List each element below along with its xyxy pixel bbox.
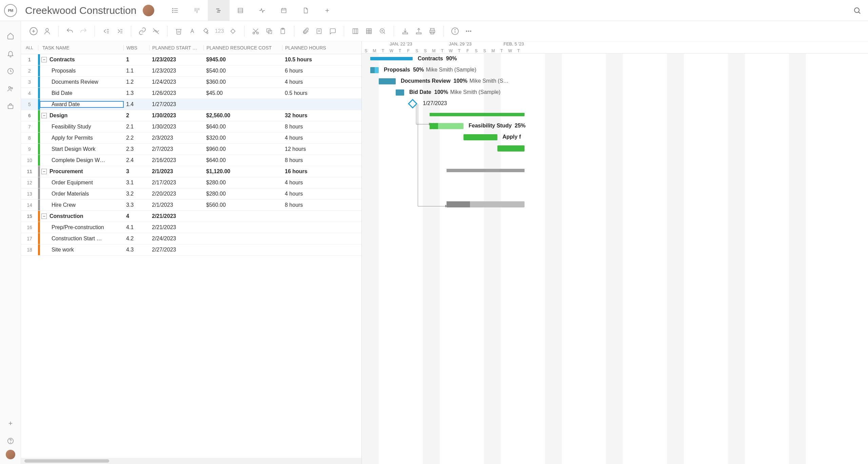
add-user-icon[interactable]: [41, 25, 54, 38]
cell-planned-hours[interactable]: 4 hours: [282, 79, 361, 85]
gantt-task-bar[interactable]: [370, 67, 379, 73]
cell-task-name[interactable]: −Procurement: [40, 168, 123, 175]
print-icon[interactable]: [426, 25, 439, 38]
table-row[interactable]: 12Order Equipment3.12/17/2023$280.004 ho…: [21, 177, 361, 188]
cell-planned-start[interactable]: 2/3/2023: [149, 135, 203, 141]
cell-planned-cost[interactable]: $280.00: [203, 191, 282, 197]
cell-planned-hours[interactable]: 4 hours: [282, 135, 361, 141]
cell-task-name[interactable]: Award Date: [40, 101, 123, 107]
gantt-row[interactable]: [362, 221, 868, 233]
table-row[interactable]: 10Complete Design W…2.42/16/2023$640.008…: [21, 155, 361, 166]
table-row[interactable]: 2Proposals1.11/23/2023$540.006 hours: [21, 65, 361, 77]
cell-task-name[interactable]: Start Design Work: [40, 146, 123, 152]
cell-planned-hours[interactable]: 32 hours: [282, 113, 361, 119]
cell-planned-hours[interactable]: 4 hours: [282, 191, 361, 197]
gantt-row[interactable]: [362, 199, 868, 210]
info-icon[interactable]: [449, 25, 461, 38]
table-row[interactable]: 7Feasibility Study2.11/30/2023$640.008 h…: [21, 121, 361, 133]
app-logo[interactable]: PM: [4, 4, 17, 17]
cell-planned-hours[interactable]: 0.5 hours: [282, 90, 361, 96]
gantt-row[interactable]: [362, 154, 868, 165]
cell-planned-start[interactable]: 2/27/2023: [149, 247, 203, 253]
cell-planned-cost[interactable]: $2,560.00: [203, 113, 282, 119]
cell-wbs[interactable]: 1.1: [123, 68, 149, 74]
cell-planned-cost[interactable]: $960.00: [203, 146, 282, 152]
undo-icon[interactable]: [63, 25, 76, 38]
col-planned-cost[interactable]: PLANNED RESOURCE COST: [203, 45, 282, 51]
gantt-summary-bar[interactable]: [447, 169, 525, 172]
gantt-row[interactable]: [362, 233, 868, 244]
delete-icon[interactable]: [172, 25, 185, 38]
gantt-task-bar[interactable]: [463, 134, 497, 140]
cell-planned-start[interactable]: 1/26/2023: [149, 90, 203, 96]
gantt-milestone[interactable]: [408, 99, 417, 108]
cell-planned-start[interactable]: 1/23/2023: [149, 68, 203, 74]
table-row[interactable]: 11−Procurement32/1/2023$1,120.0016 hours: [21, 166, 361, 177]
cell-planned-cost[interactable]: $1,120.00: [203, 168, 282, 175]
fill-color-icon[interactable]: [199, 25, 212, 38]
row-number[interactable]: 2: [21, 68, 38, 74]
table-row[interactable]: 18Site work4.32/27/2023: [21, 244, 361, 256]
gantt-row[interactable]: Contracts 90%: [362, 54, 868, 65]
row-number[interactable]: 18: [21, 247, 38, 253]
cell-task-name[interactable]: Bid Date: [40, 90, 123, 96]
grid-body[interactable]: 1−Contracts11/23/2023$945.0010.5 hours2P…: [21, 54, 361, 458]
row-number[interactable]: 12: [21, 180, 38, 185]
gantt-row[interactable]: 1/27/2023: [362, 98, 868, 109]
cell-task-name[interactable]: Hire Crew: [40, 202, 123, 208]
link-icon[interactable]: [136, 25, 149, 38]
row-number[interactable]: 10: [21, 158, 38, 163]
row-number[interactable]: 9: [21, 146, 38, 152]
nav-notifications-icon[interactable]: [0, 45, 21, 62]
cell-planned-start[interactable]: 2/21/2023: [149, 224, 203, 230]
view-gantt-icon[interactable]: [208, 0, 230, 21]
cell-planned-hours[interactable]: 8 hours: [282, 157, 361, 163]
gantt-row[interactable]: [362, 109, 868, 121]
nav-user-avatar[interactable]: [6, 450, 15, 459]
cell-task-name[interactable]: Construction Start …: [40, 236, 123, 242]
row-number[interactable]: 16: [21, 225, 38, 230]
cell-planned-start[interactable]: 1/23/2023: [149, 57, 203, 63]
gantt-task-bar[interactable]: [379, 78, 396, 84]
project-avatar[interactable]: [143, 5, 154, 16]
gantt-pane[interactable]: SMTWTFSSMTWTFSSMTWT JAN, 22 '23JAN, 29 '…: [362, 41, 868, 464]
cell-planned-cost[interactable]: $320.00: [203, 135, 282, 141]
gantt-row[interactable]: [362, 143, 868, 154]
cell-task-name[interactable]: Complete Design W…: [40, 157, 123, 163]
row-number[interactable]: 13: [21, 191, 38, 197]
collapse-icon[interactable]: −: [41, 214, 47, 219]
cell-task-name[interactable]: −Construction: [40, 213, 123, 219]
redo-icon[interactable]: [77, 25, 90, 38]
text-color-icon[interactable]: [186, 25, 199, 38]
gantt-row[interactable]: Documents Review 100%Mike Smith (S…: [362, 76, 868, 87]
cell-wbs[interactable]: 2: [123, 113, 149, 119]
cell-task-name[interactable]: −Design: [40, 113, 123, 119]
nav-portfolio-icon[interactable]: [0, 98, 21, 115]
cell-task-name[interactable]: Site work: [40, 247, 123, 253]
table-row[interactable]: 8Apply for Permits2.22/3/2023$320.004 ho…: [21, 133, 361, 144]
gantt-row[interactable]: [362, 188, 868, 199]
cell-planned-cost[interactable]: $540.00: [203, 68, 282, 74]
collapse-icon[interactable]: −: [41, 57, 47, 62]
row-number[interactable]: 3: [21, 79, 38, 85]
cell-wbs[interactable]: 2.3: [123, 146, 149, 152]
cell-planned-start[interactable]: 1/30/2023: [149, 113, 203, 119]
table-row[interactable]: 17Construction Start …4.22/24/2023: [21, 233, 361, 244]
col-task-name[interactable]: TASK NAME: [38, 45, 123, 51]
columns-icon[interactable]: [349, 25, 362, 38]
cell-wbs[interactable]: 4.1: [123, 224, 149, 230]
copy-icon[interactable]: [263, 25, 276, 38]
table-row[interactable]: 6−Design21/30/2023$2,560.0032 hours: [21, 110, 361, 121]
cell-planned-start[interactable]: 2/1/2023: [149, 202, 203, 208]
nav-team-icon[interactable]: [0, 80, 21, 98]
cell-task-name[interactable]: Prep/Pre-construction: [40, 224, 123, 230]
search-icon[interactable]: [850, 4, 864, 17]
cell-wbs[interactable]: 3.2: [123, 191, 149, 197]
cell-planned-cost[interactable]: $360.00: [203, 79, 282, 85]
col-planned-start[interactable]: PLANNED START …: [149, 45, 203, 51]
gantt-task-bar[interactable]: [447, 201, 525, 207]
gantt-row[interactable]: Apply f: [362, 132, 868, 143]
add-task-icon[interactable]: [27, 25, 40, 38]
row-number[interactable]: 1: [21, 57, 38, 62]
gantt-row[interactable]: [362, 177, 868, 188]
